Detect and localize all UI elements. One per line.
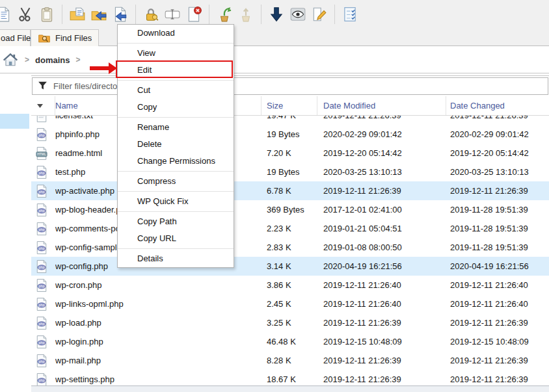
file-name: wp-login.php <box>55 332 261 351</box>
menu-item-download[interactable]: Download <box>118 25 234 42</box>
edit-icon[interactable] <box>311 6 328 23</box>
delete-icon[interactable] <box>185 6 202 23</box>
archive-icon[interactable] <box>237 6 254 23</box>
column-header-size[interactable]: Size <box>261 96 317 115</box>
svg-text:php: php <box>39 284 45 288</box>
table-row[interactable]: phpwp-cron.php3.86 K2019-12-11 21:26:402… <box>31 276 549 294</box>
horizontal-scrollbar[interactable] <box>31 385 549 392</box>
move-to-folder-icon[interactable] <box>90 6 107 23</box>
file-date-changed: 2019-11-28 19:51:39 <box>446 200 549 219</box>
table-row[interactable]: phpwp-config.php3.14 K2020-04-19 16:21:5… <box>31 257 549 276</box>
view-icon[interactable] <box>289 6 306 23</box>
tab-find-files[interactable]: Find Files <box>31 29 99 46</box>
svg-text:php: php <box>39 133 45 137</box>
menu-item-copy-path[interactable]: Copy Path <box>118 213 234 230</box>
details-icon[interactable] <box>341 6 358 23</box>
file-type-icon <box>31 116 55 125</box>
copy-to-folder-icon[interactable] <box>69 6 86 23</box>
file-date-modified: 2019-12-11 21:26:40 <box>317 294 446 313</box>
file-type-icon: php <box>31 370 55 385</box>
download-icon[interactable] <box>268 6 285 23</box>
file-date-changed: 2019-12-15 10:48:09 <box>446 332 549 351</box>
menu-item-copy-url[interactable]: Copy URL <box>118 230 234 247</box>
file-name: wp-settings.php <box>55 370 261 385</box>
column-header-icon[interactable] <box>31 96 55 115</box>
toolbar-separator <box>209 5 209 24</box>
svg-text:php: php <box>39 359 45 363</box>
tab-upload-files[interactable]: oad Files <box>0 29 31 46</box>
table-row[interactable]: phpwp-login.php46.48 K2019-12-15 10:48:0… <box>31 332 549 351</box>
file-date-modified: 2019-12-11 21:26:39 <box>317 116 446 125</box>
file-date-changed: 2019-12-20 05:14:42 <box>446 144 549 163</box>
table-row[interactable]: HTMLreadme.html7.20 K2019-12-20 05:14:42… <box>31 144 549 163</box>
paste-icon[interactable] <box>38 6 55 23</box>
table-row[interactable]: phpwp-comments-post.php2.23 K2019-01-21 … <box>31 219 549 238</box>
table-row[interactable]: license.txt19.47 K2019-12-11 21:26:39201… <box>31 116 549 125</box>
copy-document-icon[interactable] <box>0 6 12 23</box>
toolbar-separator <box>135 5 136 24</box>
table-row[interactable]: phpwp-links-opml.php2.45 K2019-12-11 21:… <box>31 294 549 313</box>
breadcrumb-item-domains[interactable]: domains <box>35 55 70 65</box>
file-date-changed: 2019-12-11 21:26:39 <box>446 181 549 200</box>
menu-item-details[interactable]: Details <box>118 250 234 267</box>
file-type-icon: php <box>31 351 55 370</box>
table-row[interactable]: phpwp-blog-header.php369 Bytes2017-12-01… <box>31 200 549 219</box>
table-row[interactable]: phpwp-load.php3.25 K2019-12-11 21:26:392… <box>31 313 549 332</box>
table-row[interactable]: phpwp-activate.php6.78 K2019-12-11 21:26… <box>31 181 549 200</box>
file-date-modified: 2017-12-01 02:41:00 <box>317 200 446 219</box>
svg-text:php: php <box>39 322 45 326</box>
file-list: license.txt19.47 K2019-12-11 21:26:39201… <box>31 116 549 385</box>
menu-item-view[interactable]: View <box>118 45 234 62</box>
file-date-modified: 2019-12-20 05:14:42 <box>317 144 446 163</box>
menu-item-wp-quick-fix[interactable]: WP Quick Fix <box>118 193 234 210</box>
menu-item-copy[interactable]: Copy <box>118 99 234 116</box>
table-row[interactable]: phpwp-mail.php8.28 K2019-12-11 21:26:392… <box>31 351 549 370</box>
file-date-modified: 2019-12-11 21:26:39 <box>317 181 446 200</box>
breadcrumb: > domains > <box>0 47 549 73</box>
file-date-modified: 2019-12-11 21:26:39 <box>317 370 446 385</box>
rename-icon[interactable] <box>164 6 181 23</box>
menu-divider <box>118 191 234 192</box>
file-date-changed: 2019-12-11 21:26:40 <box>446 276 549 294</box>
cut-icon[interactable] <box>17 6 34 23</box>
extract-icon[interactable] <box>216 6 233 23</box>
column-header-date-modified[interactable]: Date Modified <box>317 96 446 115</box>
file-size: 3.86 K <box>261 276 317 294</box>
menu-item-compress[interactable]: Compress <box>118 173 234 190</box>
menu-divider <box>118 43 234 44</box>
file-date-changed: 2020-04-19 16:21:56 <box>446 257 549 276</box>
menu-item-edit[interactable]: Edit <box>118 62 234 79</box>
menu-item-change-permissions[interactable]: Change Permissions <box>118 153 234 170</box>
file-size: 19 Bytes <box>261 125 317 144</box>
file-size: 18.67 K <box>261 370 317 385</box>
menu-divider <box>118 80 234 81</box>
file-name: wp-links-opml.php <box>55 294 261 313</box>
tab-upload-files-label: oad Files <box>1 33 35 43</box>
chevron-right-icon: > <box>75 55 80 64</box>
file-name: wp-cron.php <box>55 276 261 294</box>
column-header-date-changed[interactable]: Date Changed <box>446 96 549 115</box>
move-document-icon[interactable] <box>112 6 129 23</box>
file-type-icon: php <box>31 332 55 351</box>
svg-text:php: php <box>39 341 45 345</box>
file-size: 6.78 K <box>261 181 317 200</box>
file-type-icon: php <box>31 125 55 144</box>
table-row[interactable]: phpphpinfo.php19 Bytes2020-02-29 09:01:4… <box>31 125 549 144</box>
table-row[interactable]: phpwp-config-sample.php2.83 K2019-01-08 … <box>31 238 549 257</box>
svg-text:php: php <box>39 303 45 307</box>
toolbar <box>0 0 549 29</box>
svg-text:php: php <box>39 378 45 382</box>
menu-divider <box>118 117 234 118</box>
svg-text:php: php <box>39 265 45 269</box>
tree-selection-strip <box>0 114 29 129</box>
menu-item-cut[interactable]: Cut <box>118 82 234 99</box>
file-type-icon: php <box>31 257 55 276</box>
filter-row <box>31 76 549 96</box>
filter-input[interactable] <box>32 77 548 95</box>
table-row[interactable]: phpwp-settings.php18.67 K2019-12-11 21:2… <box>31 370 549 385</box>
home-icon[interactable] <box>2 51 19 68</box>
menu-item-delete[interactable]: Delete <box>118 136 234 153</box>
table-row[interactable]: phptest.php19 Bytes2020-03-25 13:10:1320… <box>31 163 549 181</box>
menu-item-rename[interactable]: Rename <box>118 119 234 136</box>
permissions-icon[interactable] <box>142 6 159 23</box>
